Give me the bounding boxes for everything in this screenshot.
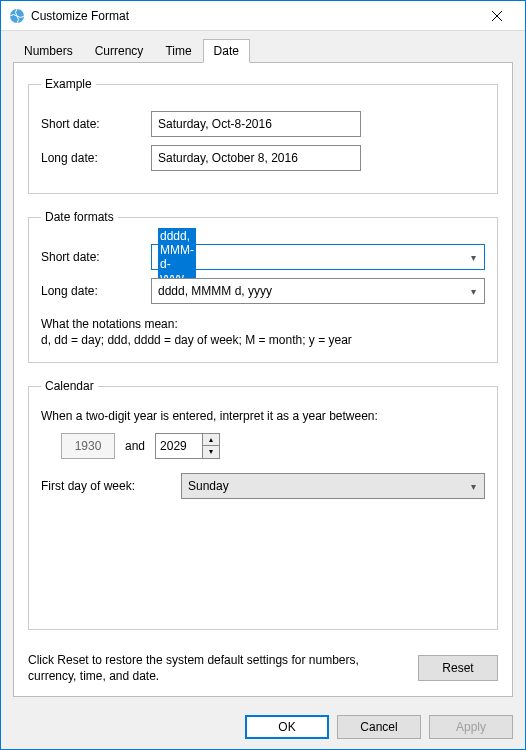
date-formats-group: Date formats Short date: dddd, MMM-d-yyy… bbox=[28, 210, 498, 363]
short-date-format-label: Short date: bbox=[41, 250, 151, 264]
two-digit-year-text: When a two-digit year is entered, interp… bbox=[41, 409, 485, 423]
calendar-group: Calendar When a two-digit year is entere… bbox=[28, 379, 498, 629]
long-date-format-value: dddd, MMMM d, yyyy bbox=[158, 284, 467, 298]
example-group: Example Short date: Saturday, Oct-8-2016… bbox=[28, 77, 498, 194]
long-date-example-label: Long date: bbox=[41, 151, 151, 165]
first-day-of-week-combo[interactable]: Sunday ▾ bbox=[181, 473, 485, 499]
chevron-down-icon: ▾ bbox=[467, 481, 480, 492]
and-label: and bbox=[125, 439, 145, 453]
year-end-spinner[interactable]: ▴ ▾ bbox=[155, 433, 220, 459]
title-bar: Customize Format bbox=[1, 1, 525, 31]
short-date-example-label: Short date: bbox=[41, 117, 151, 131]
year-end-input[interactable] bbox=[156, 434, 202, 458]
year-start-value: 1930 bbox=[61, 433, 115, 459]
reset-text: Click Reset to restore the system defaul… bbox=[28, 652, 404, 684]
long-date-example-value: Saturday, October 8, 2016 bbox=[151, 145, 361, 171]
close-button[interactable] bbox=[477, 2, 517, 30]
spin-down-button[interactable]: ▾ bbox=[203, 446, 219, 458]
window-title: Customize Format bbox=[31, 9, 477, 23]
first-day-of-week-value: Sunday bbox=[188, 479, 467, 493]
apply-button[interactable]: Apply bbox=[429, 715, 513, 739]
spinner-buttons: ▴ ▾ bbox=[202, 434, 219, 458]
calendar-legend: Calendar bbox=[41, 379, 98, 393]
spin-up-button[interactable]: ▴ bbox=[203, 434, 219, 446]
notation-title: What the notations mean: bbox=[41, 316, 485, 332]
close-icon bbox=[492, 11, 502, 21]
dialog-button-row: OK Cancel Apply bbox=[1, 705, 525, 749]
reset-row: Click Reset to restore the system defaul… bbox=[28, 646, 498, 686]
tab-time[interactable]: Time bbox=[154, 39, 202, 63]
ok-button[interactable]: OK bbox=[245, 715, 329, 739]
tab-page-date: Example Short date: Saturday, Oct-8-2016… bbox=[13, 62, 513, 697]
chevron-down-icon: ▾ bbox=[467, 252, 480, 263]
tab-currency[interactable]: Currency bbox=[84, 39, 155, 63]
globe-icon bbox=[9, 8, 25, 24]
long-date-format-combo[interactable]: dddd, MMMM d, yyyy ▾ bbox=[151, 278, 485, 304]
tab-date[interactable]: Date bbox=[203, 39, 250, 63]
tab-numbers[interactable]: Numbers bbox=[13, 39, 84, 63]
example-legend: Example bbox=[41, 77, 96, 91]
date-formats-legend: Date formats bbox=[41, 210, 118, 224]
dialog-content: Numbers Currency Time Date Example Short… bbox=[1, 31, 525, 705]
short-date-format-combo[interactable]: dddd, MMM-d-yyyy ▾ bbox=[151, 244, 485, 270]
short-date-example-value: Saturday, Oct-8-2016 bbox=[151, 111, 361, 137]
chevron-down-icon: ▾ bbox=[467, 286, 480, 297]
cancel-button[interactable]: Cancel bbox=[337, 715, 421, 739]
first-day-of-week-label: First day of week: bbox=[41, 479, 171, 493]
tab-strip: Numbers Currency Time Date bbox=[13, 39, 513, 63]
reset-button[interactable]: Reset bbox=[418, 655, 498, 681]
long-date-format-label: Long date: bbox=[41, 284, 151, 298]
notation-text: d, dd = day; ddd, dddd = day of week; M … bbox=[41, 332, 485, 348]
customize-format-dialog: Customize Format Numbers Currency Time D… bbox=[0, 0, 526, 750]
